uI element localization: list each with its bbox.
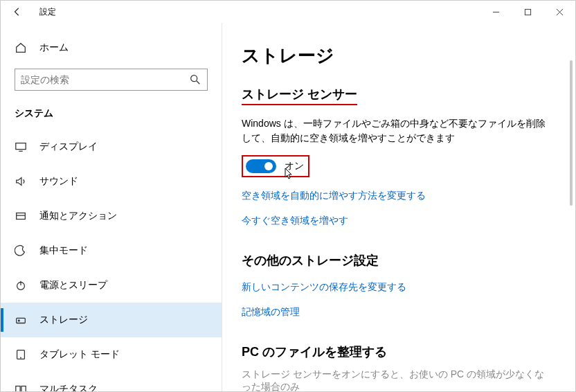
- close-button[interactable]: [543, 1, 575, 23]
- sidebar-item-label: 集中モード: [39, 244, 88, 257]
- sidebar-item-storage[interactable]: ストレージ: [1, 303, 222, 337]
- sound-icon: [15, 175, 27, 188]
- sidebar-item-label: 電源とスリープ: [39, 279, 107, 292]
- sidebar-item-label: ディスプレイ: [39, 141, 98, 153]
- tablet-icon: [15, 348, 27, 361]
- scrollbar-thumb[interactable]: [570, 60, 573, 206]
- search-icon: [189, 73, 201, 86]
- sidebar-item-multitask[interactable]: マルチタスク: [1, 372, 222, 391]
- sidebar-item-power[interactable]: 電源とスリープ: [1, 268, 222, 303]
- storage-sensor-toggle-row: オン: [242, 155, 309, 177]
- svg-line-5: [197, 81, 200, 84]
- power-icon: [15, 279, 27, 292]
- sidebar-item-label: 通知とアクション: [39, 210, 117, 222]
- sidebar-item-focus[interactable]: 集中モード: [1, 233, 222, 268]
- toggle-knob: [264, 162, 273, 170]
- svg-rect-12: [17, 318, 26, 323]
- sidebar-item-tablet[interactable]: タブレット モード: [1, 337, 222, 372]
- svg-point-13: [18, 320, 19, 321]
- storage-sensor-heading: ストレージ センサー: [242, 86, 575, 105]
- sidebar-item-label: タブレット モード: [39, 348, 120, 361]
- sidebar-item-notify[interactable]: 通知とアクション: [1, 199, 222, 233]
- sidebar-item-label: マルチタスク: [39, 383, 98, 391]
- sidebar-item-label: サウンド: [39, 175, 78, 188]
- display-icon: [15, 141, 27, 153]
- storage-sensor-toggle[interactable]: [246, 159, 276, 173]
- search-box[interactable]: [15, 69, 208, 91]
- storage-icon: [15, 314, 27, 326]
- maximize-button[interactable]: [512, 1, 543, 23]
- svg-rect-1: [525, 9, 530, 15]
- link-change-save-location[interactable]: 新しいコンテンツの保存先を変更する: [242, 281, 406, 294]
- home-icon: [15, 42, 27, 54]
- back-button[interactable]: [6, 1, 28, 23]
- toggle-state-label: オン: [285, 160, 304, 172]
- home-link[interactable]: ホーム: [1, 34, 222, 62]
- page-title: ストレージ: [242, 44, 575, 68]
- window-title: 設定: [39, 6, 56, 18]
- sidebar-section-label: システム: [1, 103, 222, 130]
- svg-rect-6: [16, 143, 26, 150]
- other-storage-heading: その他のストレージ設定: [242, 252, 575, 269]
- svg-rect-16: [16, 386, 20, 392]
- svg-rect-8: [17, 213, 26, 220]
- main-content: ストレージ ストレージ センサー Windows は、一時ファイルやごみ箱の中身…: [222, 23, 575, 391]
- sidebar: ホーム システム ディスプレイサウンド通知とアクション集中モード電源とスリープス…: [1, 23, 222, 391]
- search-input[interactable]: [21, 74, 189, 85]
- sidebar-item-display[interactable]: ディスプレイ: [1, 130, 222, 164]
- nav-list: ディスプレイサウンド通知とアクション集中モード電源とスリープストレージタブレット…: [1, 130, 222, 391]
- link-free-space-now[interactable]: 今すぐ空き領域を増やす: [242, 215, 348, 227]
- focus-icon: [15, 244, 27, 257]
- storage-sensor-description: Windows は、一時ファイルやごみ箱の中身など不要なファイルを削除して、自動…: [242, 116, 546, 145]
- window-titlebar: 設定: [1, 1, 575, 23]
- pc-files-description: ストレージ センサーをオンにすると、お使いの PC の領域が少なくなった場合のみ: [242, 368, 546, 391]
- minimize-button[interactable]: [480, 1, 512, 23]
- link-manage-storage[interactable]: 記憶域の管理: [242, 306, 300, 319]
- pc-files-heading: PC のファイルを整理する: [242, 344, 575, 360]
- sidebar-item-sound[interactable]: サウンド: [1, 164, 222, 199]
- sidebar-item-label: ストレージ: [39, 314, 88, 326]
- home-label: ホーム: [39, 42, 69, 54]
- link-change-auto-method[interactable]: 空き領域を自動的に増やす方法を変更する: [242, 190, 426, 202]
- svg-rect-17: [21, 386, 26, 392]
- svg-point-4: [191, 75, 197, 82]
- scrollbar[interactable]: [568, 60, 574, 387]
- multitask-icon: [15, 383, 27, 391]
- notify-icon: [15, 210, 27, 222]
